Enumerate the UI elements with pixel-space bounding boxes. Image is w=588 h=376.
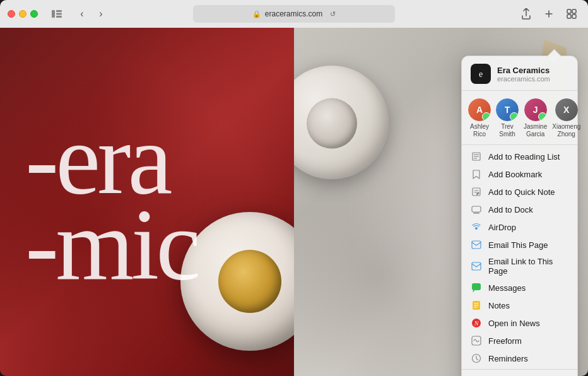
contact-badge-ashley: [482, 112, 491, 121]
notes-icon: [471, 300, 482, 311]
contact-name-jasmine: JasmineGarcia: [524, 123, 547, 138]
toolbar-right: [517, 5, 580, 23]
reminders-label: Reminders: [488, 354, 528, 363]
site-info: Era Ceramics eraceramics.com: [497, 66, 550, 83]
contact-name-xiaomeng: XiaomengZhong: [552, 123, 580, 138]
menu-header: e Era Ceramics eraceramics.com: [462, 56, 577, 91]
bowl-decoration: [294, 66, 389, 179]
menu-item-add-dock[interactable]: Add to Dock: [462, 201, 577, 218]
bookmark-label: Add Bookmark: [488, 170, 542, 179]
svg-rect-18: [472, 262, 481, 270]
quick-note-label: Add to Quick Note: [488, 187, 555, 197]
bookmark-icon: [471, 168, 482, 180]
browser-window: ‹ › 🔒 eraceramics.com ↺: [0, 0, 588, 376]
title-bar: ‹ › 🔒 eraceramics.com ↺: [0, 0, 588, 28]
menu-item-freeform[interactable]: Freeform: [462, 332, 577, 350]
contact-trev[interactable]: T Trev Smith: [495, 97, 520, 139]
contact-ashley[interactable]: A AshleyRico: [467, 97, 492, 139]
new-tab-button[interactable]: [540, 5, 558, 23]
svg-rect-3: [56, 16, 62, 18]
menu-item-edit-extensions[interactable]: Edit Extensions…: [462, 372, 577, 377]
freeform-label: Freeform: [488, 336, 522, 346]
add-dock-icon: [471, 204, 482, 215]
svg-rect-2: [56, 13, 62, 15]
menu-item-airdrop[interactable]: AirDrop: [462, 218, 577, 236]
sidebar-toggle-button[interactable]: [48, 5, 66, 23]
menu-items: Add to Reading List Add Bookmark: [462, 145, 577, 376]
contacts-row: A AshleyRico T Trev Smith J: [462, 91, 577, 145]
svg-rect-1: [56, 10, 62, 12]
forward-button[interactable]: ›: [92, 5, 110, 23]
svg-rect-17: [472, 241, 481, 249]
news-icon: N: [471, 317, 482, 329]
contact-xiaomeng[interactable]: X XiaomengZhong: [551, 97, 582, 139]
menu-item-messages[interactable]: Messages: [462, 279, 577, 297]
contact-name-trev: Trev Smith: [496, 123, 519, 138]
menu-item-email-page[interactable]: Email This Page: [462, 236, 577, 254]
airdrop-icon: [471, 221, 482, 233]
contact-name-ashley: AshleyRico: [470, 123, 489, 138]
back-button[interactable]: ‹: [73, 5, 91, 23]
svg-text:e: e: [479, 69, 483, 79]
menu-item-reminders[interactable]: Reminders: [462, 350, 577, 367]
page-content: -era -mic e Era Ceramics eraceramics.com: [0, 28, 588, 376]
svg-rect-5: [572, 9, 576, 13]
reload-icon: ↺: [330, 10, 336, 18]
add-dock-label: Add to Dock: [488, 205, 533, 214]
share-button[interactable]: [517, 5, 535, 23]
contact-badge-trev: [510, 112, 519, 121]
airdrop-label: AirDrop: [488, 223, 516, 232]
messages-icon: [471, 282, 482, 293]
menu-item-reading-list[interactable]: Add to Reading List: [462, 148, 577, 165]
svg-rect-15: [473, 213, 479, 214]
menu-item-news[interactable]: N Open in News: [462, 314, 577, 332]
maximize-button[interactable]: [30, 10, 38, 18]
svg-rect-4: [567, 9, 571, 13]
lock-icon: 🔒: [252, 10, 261, 18]
tab-overview-button[interactable]: [563, 5, 580, 23]
svg-rect-7: [572, 15, 576, 18]
traffic-lights: [8, 10, 38, 18]
email-link-label: Email Link to This Page: [488, 257, 568, 276]
menu-item-email-link[interactable]: Email Link to This Page: [462, 254, 577, 279]
site-url: eraceramics.com: [497, 75, 550, 83]
notes-label: Notes: [488, 301, 510, 310]
contact-jasmine[interactable]: J JasmineGarcia: [522, 97, 548, 139]
reading-list-label: Add to Reading List: [488, 152, 560, 162]
menu-item-quick-note[interactable]: Add to Quick Note: [462, 183, 577, 201]
plate-decoration: [180, 212, 294, 351]
minimize-button[interactable]: [19, 10, 26, 18]
reminders-icon: [471, 353, 482, 364]
svg-text:N: N: [474, 320, 479, 327]
url-text: eraceramics.com: [265, 9, 322, 18]
nav-buttons: ‹ ›: [73, 5, 110, 23]
messages-label: Messages: [488, 283, 526, 293]
menu-item-bookmark[interactable]: Add Bookmark: [462, 165, 577, 183]
news-label: Open in News: [488, 319, 540, 328]
share-menu: e Era Ceramics eraceramics.com A AshleyR…: [461, 56, 578, 376]
email-link-icon: [471, 261, 482, 272]
close-button[interactable]: [8, 10, 15, 18]
svg-rect-6: [567, 15, 571, 18]
svg-rect-14: [472, 206, 481, 212]
avatar-trev: T: [496, 98, 519, 121]
menu-divider: [462, 369, 577, 370]
address-bar-area: 🔒 eraceramics.com ↺: [193, 5, 395, 23]
menu-item-notes[interactable]: Notes: [462, 297, 577, 314]
svg-point-16: [475, 227, 478, 230]
email-page-icon: [471, 239, 482, 250]
email-page-label: Email This Page: [488, 240, 548, 250]
svg-rect-0: [52, 10, 55, 18]
freeform-icon: [471, 335, 482, 346]
avatar-xiaomeng: X: [555, 98, 578, 121]
avatar-ashley: A: [468, 98, 491, 121]
site-name: Era Ceramics: [497, 66, 550, 75]
reading-list-icon: [471, 151, 482, 162]
address-bar[interactable]: 🔒 eraceramics.com ↺: [193, 5, 395, 23]
site-icon: e: [471, 64, 491, 84]
avatar-jasmine: J: [524, 98, 547, 121]
hero-left-panel: [0, 28, 294, 376]
quick-note-icon: [471, 186, 482, 197]
contact-badge-jasmine: [538, 112, 547, 121]
avatar-bg-xiaomeng: X: [555, 98, 578, 121]
